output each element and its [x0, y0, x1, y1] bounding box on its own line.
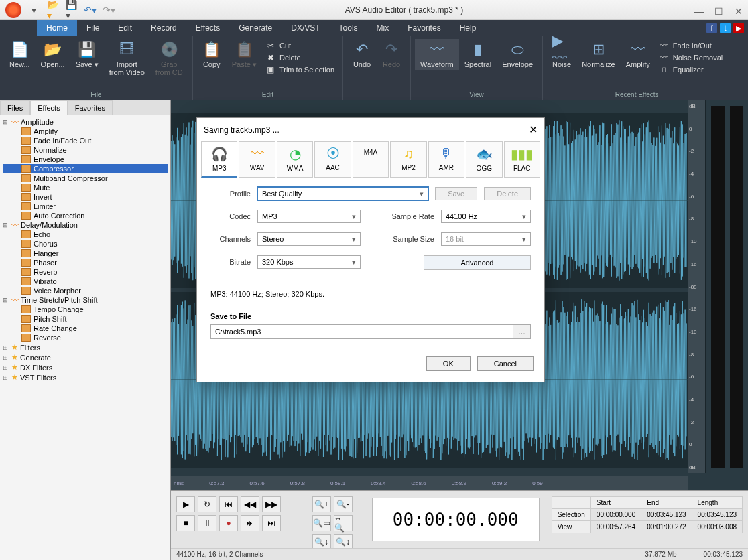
ribbon-noise[interactable]: ▶〰Noise [547, 39, 576, 70]
advanced-button[interactable]: Advanced [424, 255, 531, 270]
ribbon-copy[interactable]: 📋Copy [197, 39, 227, 70]
sidetab-favorites[interactable]: Favorites [68, 100, 113, 115]
format-tab-aac[interactable]: ⦿AAC [314, 141, 351, 178]
format-tab-m4a[interactable]: M4A [353, 141, 389, 178]
tree-item-reverse[interactable]: Reverse [3, 333, 168, 342]
zoom-fit-button[interactable]: ↔🔍 [334, 515, 353, 531]
ok-button[interactable]: OK [426, 356, 471, 371]
ribbon-trim[interactable]: ▣Trim to Selection [265, 64, 336, 75]
rewind-button[interactable]: ◀◀ [241, 496, 259, 512]
tree-item-compressor[interactable]: Compressor [3, 164, 168, 173]
menu-help[interactable]: Help [450, 20, 486, 36]
tree-item-phaser[interactable]: Phaser [3, 258, 168, 267]
tree-item-auto-correction[interactable]: Auto Correction [3, 211, 168, 220]
format-tab-mp3[interactable]: 🎧MP3 [201, 141, 237, 178]
zoom-sel-button[interactable]: 🔍▭ [312, 515, 331, 531]
qat-save-icon[interactable]: 💾▾ [66, 5, 76, 15]
tree-item-mute[interactable]: Mute [3, 183, 168, 192]
ribbon-waveform[interactable]: 〰Waveform [415, 39, 459, 70]
menu-edit[interactable]: Edit [109, 20, 141, 36]
codec-select[interactable]: MP3 [257, 210, 361, 223]
menu-effects[interactable]: Effects [186, 20, 229, 36]
menu-file[interactable]: File [77, 20, 109, 36]
samplerate-select[interactable]: 44100 Hz [441, 210, 531, 223]
ribbon-amplify[interactable]: 〰Amplify [621, 39, 656, 70]
tree-item-rate-change[interactable]: Rate Change [3, 324, 168, 333]
ribbon-import[interactable]: 🎞Importfrom Video [104, 39, 150, 78]
profile-delete-button[interactable]: Delete [484, 187, 531, 200]
ribbon-cut[interactable]: ✂Cut [265, 40, 336, 51]
tree-item-voice-morpher[interactable]: Voice Morpher [3, 286, 168, 295]
qat-undo-icon[interactable]: ↶▾ [84, 5, 95, 15]
tree-item-flanger[interactable]: Flanger [3, 249, 168, 258]
tree-item-amplify[interactable]: Amplify [3, 127, 168, 136]
zoom-in-button[interactable]: 🔍+ [312, 496, 331, 512]
tree-item-reverb[interactable]: Reverb [3, 267, 168, 277]
tree-item-limiter[interactable]: Limiter [3, 202, 168, 211]
ribbon-open[interactable]: 📂Open... [36, 39, 70, 70]
skip-end2-button[interactable]: ⏭ [262, 515, 281, 531]
tree-group-delay-modulation[interactable]: 〰 Delay/Modulation [3, 220, 168, 230]
tree-item-chorus[interactable]: Chorus [3, 239, 168, 249]
tree-item-invert[interactable]: Invert [3, 192, 168, 202]
ribbon-fadeio[interactable]: 〰Fade In/Out [658, 40, 725, 51]
ribbon-paste[interactable]: 📋Paste ▾ [227, 39, 262, 70]
facebook-icon[interactable]: f [706, 23, 717, 33]
twitter-icon[interactable]: t [720, 23, 731, 33]
minimize-button[interactable]: — [694, 6, 702, 14]
record-button[interactable]: ● [219, 515, 238, 531]
stop-button[interactable]: ■ [176, 515, 195, 531]
sidetab-files[interactable]: Files [0, 100, 30, 115]
ribbon-spectral[interactable]: ▮Spectral [459, 39, 497, 70]
tree-item-envelope[interactable]: Envelope [3, 155, 168, 164]
browse-button[interactable]: … [513, 325, 530, 338]
menu-record[interactable]: Record [141, 20, 186, 36]
ribbon-grab[interactable]: 💿Grabfrom CD [150, 39, 188, 78]
ribbon-envelope[interactable]: ⬭Envelope [497, 39, 538, 70]
ribbon-redo[interactable]: ↷Redo [377, 39, 406, 70]
format-tab-flac[interactable]: ▮▮▮FLAC [504, 141, 540, 178]
bitrate-select[interactable]: 320 Kbps [257, 255, 361, 269]
youtube-icon[interactable]: ▶ [733, 23, 744, 33]
qat-open-icon[interactable]: 📂▾ [47, 5, 58, 15]
menu-tools[interactable]: Tools [330, 20, 367, 36]
qat-new-icon[interactable]: ▾ [28, 5, 39, 15]
samplesize-select[interactable]: 16 bit [441, 232, 531, 246]
ribbon-new[interactable]: 📄New... [4, 39, 36, 70]
menu-generate[interactable]: Generate [229, 20, 282, 36]
menu-favorites[interactable]: Favorites [398, 20, 450, 36]
forward-button[interactable]: ▶▶ [262, 496, 281, 512]
tree-group-generate[interactable]: ★ Generate [3, 352, 168, 362]
profile-select[interactable]: Best Quality [257, 187, 428, 200]
ribbon-delete[interactable]: ✖Delete [265, 52, 336, 63]
tree-item-pitch-shift[interactable]: Pitch Shift [3, 314, 168, 324]
ribbon-noiserem[interactable]: 〰Noise Removal [658, 52, 725, 63]
tree-item-vibrato[interactable]: Vibrato [3, 277, 168, 286]
channels-select[interactable]: Stereo [257, 232, 361, 246]
format-tab-amr[interactable]: 🎙AMR [428, 141, 464, 178]
tree-group-amplitude[interactable]: 〰 Amplitude [3, 117, 168, 127]
zoom-out-button[interactable]: 🔍- [334, 496, 353, 512]
play-button[interactable]: ▶ [176, 496, 195, 512]
tree-group-vst-filters[interactable]: ★ VST Filters [3, 372, 168, 382]
tree-group-dx-filters[interactable]: ★ DX Filters [3, 362, 168, 372]
profile-save-button[interactable]: Save [435, 187, 477, 200]
tree-item-multiband-compressor[interactable]: Multiband Compressor [3, 173, 168, 183]
menu-mix[interactable]: Mix [367, 20, 399, 36]
timeline-ruler[interactable]: hms0:57.30:57.60:57.80:58.10:58.40:58.60… [171, 476, 688, 490]
qat-redo-icon[interactable]: ↷▾ [103, 5, 114, 15]
ribbon-save[interactable]: 💾Save ▾ [70, 39, 104, 70]
sidetab-effects[interactable]: Effects [30, 100, 67, 115]
menu-home[interactable]: Home [37, 20, 77, 36]
ribbon-normalize[interactable]: ⊞Normalize [576, 39, 621, 70]
format-tab-mp2[interactable]: ♫MP2 [390, 141, 426, 178]
format-tab-wma[interactable]: ◔WMA [277, 141, 313, 178]
format-tab-wav[interactable]: 〰WAV [239, 141, 275, 178]
menu-dx/vst[interactable]: DX/VST [282, 20, 329, 36]
ribbon-eq[interactable]: ⎍Equalizer [658, 64, 725, 75]
dialog-close-button[interactable]: ✕ [529, 123, 538, 136]
skip-end-button[interactable]: ⏭ [241, 515, 259, 531]
tree-item-fade-in-fade-out[interactable]: Fade In/Fade Out [3, 136, 168, 145]
tree-item-echo[interactable]: Echo [3, 230, 168, 239]
cancel-button[interactable]: Cancel [477, 356, 534, 371]
